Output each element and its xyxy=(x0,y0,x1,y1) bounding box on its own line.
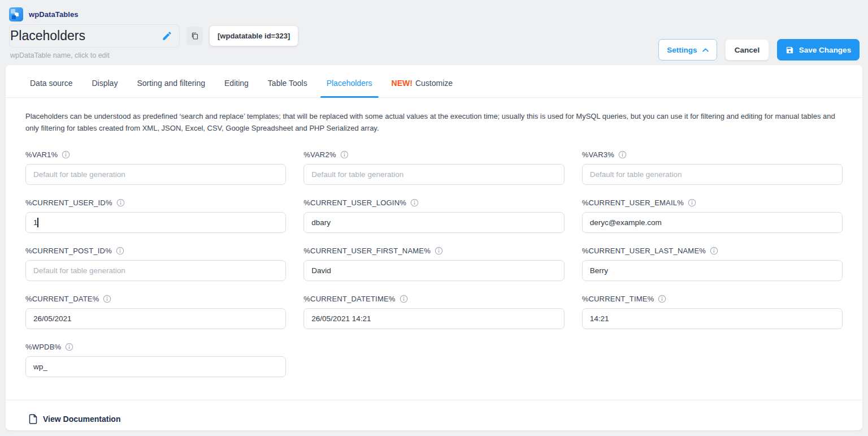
field-input[interactable] xyxy=(25,164,286,185)
placeholders-description: Placeholders can be understood as predef… xyxy=(20,110,848,134)
placeholder-field: %CURRENT_DATETIME% xyxy=(303,295,564,329)
fields-grid: %VAR1%%VAR2%%VAR3%%CURRENT_USER_ID%%CURR… xyxy=(25,150,843,377)
info-icon[interactable] xyxy=(410,198,419,207)
settings-card: Data source Display Sorting and filterin… xyxy=(6,65,862,430)
settings-button[interactable]: Settings xyxy=(658,39,717,61)
tab-label: Data source xyxy=(30,79,72,88)
new-badge: NEW! xyxy=(392,79,413,88)
field-input[interactable] xyxy=(582,164,843,185)
field-label: %CURRENT_USER_LAST_NAME% xyxy=(582,247,706,255)
info-icon[interactable] xyxy=(618,150,627,159)
table-name-field[interactable]: Placeholders xyxy=(9,24,180,48)
info-icon[interactable] xyxy=(103,295,111,303)
edit-pencil-icon[interactable] xyxy=(162,31,173,42)
field-label: %CURRENT_DATETIME% xyxy=(303,295,395,303)
save-changes-button[interactable]: Save Changes xyxy=(777,39,860,61)
tab-label: Table Tools xyxy=(268,79,307,88)
field-label: %VAR3% xyxy=(582,150,614,159)
tab-table-tools[interactable]: Table Tools xyxy=(267,79,309,97)
placeholder-field: %CURRENT_POST_ID% xyxy=(25,247,286,281)
placeholder-field: %CURRENT_TIME% xyxy=(582,295,843,329)
info-icon[interactable] xyxy=(435,247,443,255)
table-name-hint: wpDataTable name, click to edit xyxy=(9,51,298,59)
field-input[interactable] xyxy=(25,356,286,377)
placeholder-field: %VAR3% xyxy=(582,150,843,185)
view-documentation-label: View Documentation xyxy=(43,415,120,424)
info-icon[interactable] xyxy=(65,343,73,351)
topbar: wpDataTables Placeholders [wpdatatable i… xyxy=(0,0,868,65)
field-input[interactable] xyxy=(582,308,843,329)
tab-placeholders[interactable]: Placeholders xyxy=(326,79,374,97)
cancel-button[interactable]: Cancel xyxy=(725,39,769,61)
tab-bar: Data source Display Sorting and filterin… xyxy=(6,65,862,98)
tab-label: Sorting and filtering xyxy=(137,79,205,88)
field-label: %CURRENT_POST_ID% xyxy=(25,247,112,255)
field-label: %CURRENT_USER_FIRST_NAME% xyxy=(303,247,431,255)
placeholder-field: %CURRENT_DATE% xyxy=(25,295,286,329)
field-input[interactable] xyxy=(303,164,564,185)
field-label: %CURRENT_TIME% xyxy=(582,295,654,303)
field-input[interactable] xyxy=(582,260,843,281)
info-icon[interactable] xyxy=(658,295,666,303)
field-input[interactable] xyxy=(25,260,286,281)
placeholder-field: %CURRENT_USER_LAST_NAME% xyxy=(582,247,843,281)
wpdatatables-logo-icon xyxy=(9,7,23,21)
tab-label: Placeholders xyxy=(327,79,372,88)
footer-divider xyxy=(6,400,862,400)
info-icon[interactable] xyxy=(340,150,349,159)
field-input[interactable] xyxy=(303,212,564,233)
field-label: %CURRENT_USER_LOGIN% xyxy=(303,198,406,207)
copy-icon xyxy=(190,32,199,41)
field-input[interactable] xyxy=(25,212,286,233)
placeholder-field: %CURRENT_USER_EMAIL% xyxy=(582,198,843,233)
placeholder-field: %CURRENT_USER_FIRST_NAME% xyxy=(303,247,564,281)
cancel-button-label: Cancel xyxy=(735,46,760,54)
field-input[interactable] xyxy=(303,260,564,281)
brand: wpDataTables xyxy=(9,0,860,21)
info-icon[interactable] xyxy=(688,198,696,207)
placeholder-field: %WPDB% xyxy=(25,343,286,377)
tab-display[interactable]: Display xyxy=(90,79,119,97)
info-icon[interactable] xyxy=(400,295,408,303)
shortcode-badge: [wpdatatable id=323] xyxy=(210,26,298,46)
text-caret xyxy=(37,218,38,227)
placeholder-field: %CURRENT_USER_ID% xyxy=(25,198,286,233)
view-documentation-link[interactable]: View Documentation xyxy=(29,414,120,424)
tab-data-source[interactable]: Data source xyxy=(29,79,73,97)
chevron-up-icon xyxy=(702,48,709,52)
field-label: %VAR1% xyxy=(25,150,58,159)
tab-label: Display xyxy=(92,79,118,88)
field-input[interactable] xyxy=(582,212,843,233)
field-label: %CURRENT_USER_EMAIL% xyxy=(582,198,684,207)
tab-sorting-and-filtering[interactable]: Sorting and filtering xyxy=(136,79,206,97)
field-input[interactable] xyxy=(303,308,564,329)
field-label: %CURRENT_DATE% xyxy=(25,295,99,303)
settings-button-label: Settings xyxy=(667,46,697,54)
tab-label: Editing xyxy=(224,79,249,88)
tab-editing[interactable]: Editing xyxy=(223,79,250,97)
save-icon xyxy=(785,46,794,54)
tab-label: Customize xyxy=(415,79,453,88)
field-label: %WPDB% xyxy=(25,343,61,351)
placeholder-field: %VAR2% xyxy=(303,150,564,185)
info-icon[interactable] xyxy=(710,247,718,255)
field-label: %VAR2% xyxy=(303,150,336,159)
save-button-label: Save Changes xyxy=(799,46,851,54)
tab-customize[interactable]: NEW!Customize xyxy=(390,79,454,97)
placeholder-field: %CURRENT_USER_LOGIN% xyxy=(303,198,564,233)
placeholder-field: %VAR1% xyxy=(25,150,286,185)
info-icon[interactable] xyxy=(62,150,70,159)
copy-shortcode-button[interactable] xyxy=(186,27,203,45)
info-icon[interactable] xyxy=(116,247,124,255)
document-icon xyxy=(29,414,37,424)
info-icon[interactable] xyxy=(116,198,125,207)
brand-name: wpDataTables xyxy=(29,10,79,19)
page-title: Placeholders xyxy=(10,28,85,44)
header-actions: Settings Cancel Save Changes xyxy=(658,24,860,61)
field-input[interactable] xyxy=(25,308,286,329)
field-label: %CURRENT_USER_ID% xyxy=(25,198,112,207)
